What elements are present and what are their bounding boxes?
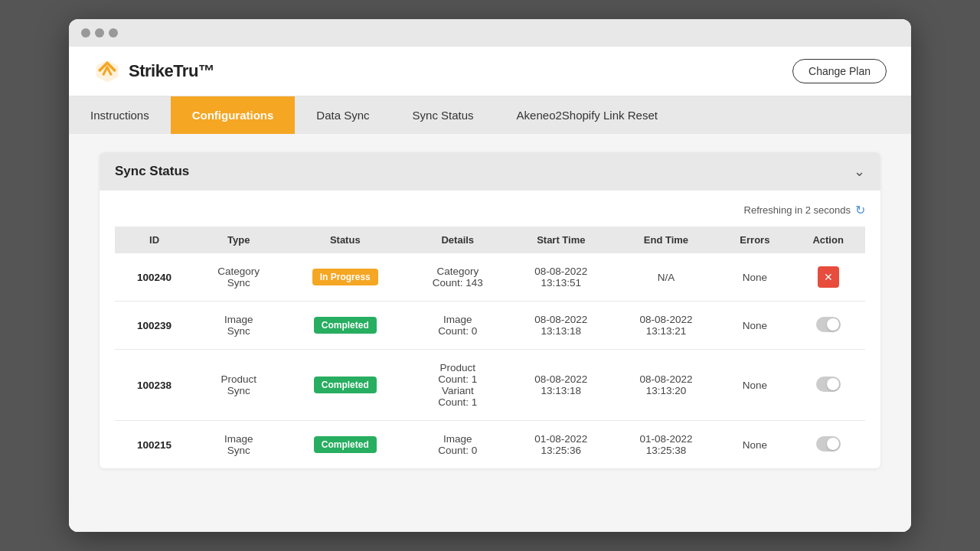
toggle-button[interactable] — [816, 317, 841, 332]
refresh-text: Refreshing in 2 seconds — [744, 204, 851, 216]
nav-item-data-sync[interactable]: Data Sync — [295, 96, 390, 134]
col-start-time: Start Time — [508, 227, 613, 253]
col-details: Details — [407, 227, 508, 253]
cell-action — [791, 302, 865, 350]
table-row: 100215Image SyncCompletedImage Count: 00… — [115, 421, 865, 469]
app-header: StrikeTru™ Change Plan — [69, 47, 911, 96]
logo: StrikeTru™ — [93, 57, 214, 85]
dot-3 — [109, 28, 118, 37]
table-row: 100240Category SyncIn ProgressCategory C… — [115, 253, 865, 302]
change-plan-button[interactable]: Change Plan — [792, 59, 887, 83]
cell-start-time: 08-08-2022 13:13:51 — [508, 253, 613, 302]
cell-details: Product Count: 1 Variant Count: 1 — [407, 350, 508, 421]
status-badge: Completed — [314, 317, 377, 334]
cell-errors: None — [719, 253, 792, 302]
cell-type: Image Sync — [194, 302, 283, 350]
logo-text: StrikeTru™ — [129, 61, 214, 81]
cell-details: Image Count: 0 — [407, 302, 508, 350]
cell-status: Completed — [283, 302, 407, 350]
main-content: Sync Status ⌄ Refreshing in 2 seconds ↻ … — [69, 134, 911, 532]
titlebar — [69, 19, 911, 47]
table-row: 100238Product SyncCompletedProduct Count… — [115, 350, 865, 421]
cell-type: Category Sync — [194, 253, 283, 302]
nav-bar: Instructions Configurations Data Sync Sy… — [69, 96, 911, 134]
sync-status-panel: Sync Status ⌄ Refreshing in 2 seconds ↻ … — [100, 152, 880, 468]
cell-id: 100238 — [115, 350, 194, 421]
toggle-button[interactable] — [816, 436, 841, 452]
cell-errors: None — [719, 302, 792, 350]
nav-item-sync-status[interactable]: Sync Status — [391, 96, 495, 134]
nav-item-instructions[interactable]: Instructions — [69, 96, 171, 134]
cell-type: Image Sync — [194, 421, 283, 469]
app-window: StrikeTru™ Change Plan Instructions Conf… — [69, 19, 911, 532]
status-badge: Completed — [314, 377, 377, 393]
cancel-button[interactable]: ✕ — [818, 266, 839, 288]
cell-action — [791, 421, 865, 469]
table-row: 100239Image SyncCompletedImage Count: 00… — [115, 302, 865, 350]
cell-status: Completed — [283, 350, 407, 421]
logo-icon — [93, 57, 121, 85]
col-end-time: End Time — [613, 227, 718, 253]
nav-item-configurations[interactable]: Configurations — [171, 96, 296, 134]
cell-status: Completed — [283, 421, 407, 469]
col-action: Action — [791, 227, 865, 253]
cell-details: Image Count: 0 — [407, 421, 508, 469]
cell-end-time: 08-08-2022 13:13:20 — [613, 350, 718, 421]
table-header: ID Type Status Details Start Time End Ti… — [115, 227, 865, 253]
cell-start-time: 08-08-2022 13:13:18 — [508, 350, 613, 421]
table-body: 100240Category SyncIn ProgressCategory C… — [115, 253, 865, 468]
cell-action — [791, 350, 865, 421]
nav-item-akeneo2shopify[interactable]: Akeneo2Shopify Link Reset — [495, 96, 679, 134]
cell-end-time: 01-08-2022 13:25:38 — [613, 421, 718, 469]
window-controls — [81, 28, 118, 37]
cell-start-time: 08-08-2022 13:13:18 — [508, 302, 613, 350]
cell-id: 100215 — [115, 421, 194, 469]
cell-id: 100240 — [115, 253, 194, 302]
panel-title: Sync Status — [115, 164, 189, 179]
cell-type: Product Sync — [194, 350, 283, 421]
app-content: StrikeTru™ Change Plan Instructions Conf… — [69, 47, 911, 532]
sync-table: ID Type Status Details Start Time End Ti… — [115, 227, 865, 468]
cell-end-time: 08-08-2022 13:13:21 — [613, 302, 718, 350]
cell-errors: None — [719, 350, 792, 421]
panel-header: Sync Status ⌄ — [100, 152, 880, 191]
refresh-bar: Refreshing in 2 seconds ↻ — [115, 203, 865, 217]
cell-id: 100239 — [115, 302, 194, 350]
dot-1 — [81, 28, 90, 37]
cell-errors: None — [719, 421, 792, 469]
table-area: Refreshing in 2 seconds ↻ ID Type Status… — [100, 191, 880, 468]
status-badge: Completed — [314, 436, 377, 453]
col-errors: Errors — [719, 227, 792, 253]
cell-details: Category Count: 143 — [407, 253, 508, 302]
col-id: ID — [115, 227, 194, 253]
toggle-button[interactable] — [816, 377, 841, 392]
cell-end-time: N/A — [613, 253, 718, 302]
col-status: Status — [283, 227, 407, 253]
status-badge: In Progress — [312, 269, 378, 285]
dot-2 — [95, 28, 104, 37]
refresh-icon[interactable]: ↻ — [855, 203, 865, 217]
cell-status: In Progress — [283, 253, 407, 302]
col-type: Type — [194, 227, 283, 253]
cell-start-time: 01-08-2022 13:25:36 — [508, 421, 613, 469]
cell-action: ✕ — [791, 253, 865, 302]
chevron-down-icon[interactable]: ⌄ — [854, 163, 865, 180]
